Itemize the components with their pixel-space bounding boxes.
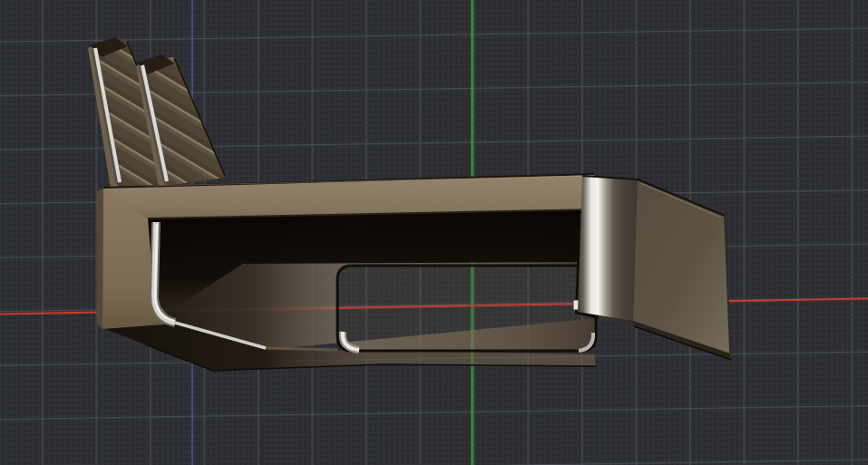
right-chrome-corner[interactable] xyxy=(578,176,638,321)
slot-opening[interactable] xyxy=(337,266,596,351)
cad-3d-viewport[interactable] xyxy=(0,0,868,465)
left-side-face[interactable] xyxy=(96,188,103,329)
viewport-canvas[interactable] xyxy=(0,0,868,465)
slot-bottom-ledge xyxy=(266,348,337,350)
